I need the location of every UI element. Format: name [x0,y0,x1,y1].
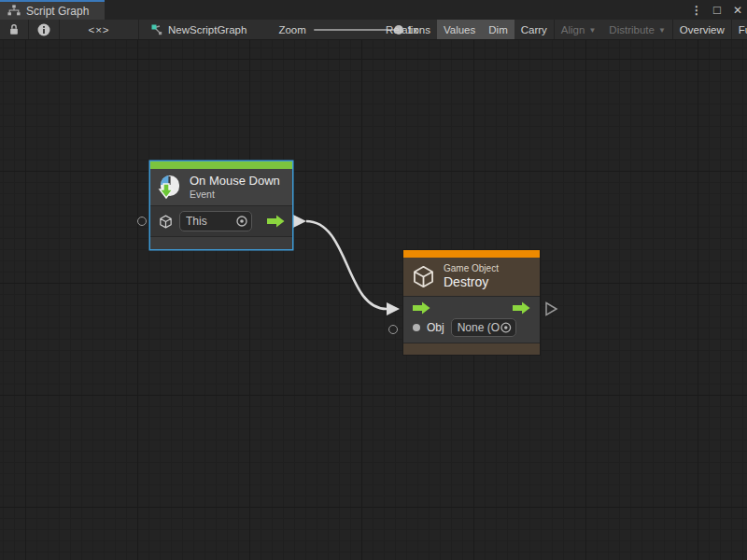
wire-source-arrow [293,215,306,228]
destroy-output-port[interactable] [546,303,557,315]
destroy-flow-row [403,301,540,315]
tab-bar: Script Graph ⋮ □ ✕ [0,0,747,20]
game-object-icon [158,214,174,230]
event-target-port[interactable] [137,217,147,226]
graph-icon [150,23,162,35]
tab-title: Script Graph [26,5,89,18]
destroy-node-body: Obj None (Object) [403,297,540,343]
obj-value-field[interactable]: None (Object) [451,318,516,337]
obj-port-dot[interactable] [413,324,420,331]
destroy-node-header: Game Object Destroy [403,258,540,296]
game-object-icon [411,264,436,289]
dim-label: Dim [488,24,507,35]
destroy-node-title: Destroy [444,274,499,290]
carry-button[interactable]: Carry [514,20,554,39]
menu-icon[interactable]: ⋮ [689,3,704,18]
carry-label: Carry [521,24,547,35]
dim-button[interactable]: Dim [482,20,514,39]
destroy-flow-in-arrow[interactable] [413,301,430,315]
node-on-mouse-down[interactable]: On Mouse Down Event This [150,161,292,249]
destroy-accent-strip [403,250,540,258]
chevron-down-icon: ▼ [658,26,666,35]
connection-layer [0,40,747,560]
destroy-obj-port[interactable] [388,325,398,334]
values-button[interactable]: Values [437,20,482,39]
toolbar-right: Relations Values Dim Carry Align ▼ Distr… [379,20,747,39]
event-node-titles: On Mouse Down Event [190,175,280,200]
destroy-node-category: Game Object [444,263,499,274]
graph-name-label: NewScriptGraph [168,24,247,35]
event-node-footer [150,237,292,249]
code-view-button[interactable]: <×> [60,20,138,39]
destroy-node-footer [403,343,540,355]
event-accent-strip [150,161,292,169]
event-target-field[interactable]: This [179,211,252,231]
zoom-label: Zoom [278,24,305,35]
destroy-node-titles: Game Object Destroy [444,263,499,290]
tab-script-graph[interactable]: Script Graph [0,0,105,20]
code-icon: <×> [88,24,109,35]
event-trigger-out-arrow[interactable] [267,215,285,228]
hierarchy-icon [7,5,21,17]
obj-param-label: Obj [427,321,444,334]
toolbar-left: <×> NewScriptGraph Zoom 1x [0,20,418,39]
graph-canvas[interactable]: On Mouse Down Event This [0,40,747,560]
info-button[interactable] [29,20,59,39]
chevron-down-icon: ▼ [588,26,596,35]
event-node-body: This [150,206,292,236]
flow-connection-wire[interactable] [306,221,387,309]
event-target-value: This [186,215,235,228]
object-picker-icon[interactable] [235,215,248,228]
info-icon [37,23,50,36]
graph-name-button[interactable]: NewScriptGraph [139,23,256,35]
align-button: Align ▼ [555,20,603,39]
align-label: Align [561,24,585,35]
relations-label: Relations [386,24,430,35]
event-node-header: On Mouse Down Event [150,169,292,205]
node-destroy[interactable]: Game Object Destroy Obj [403,250,540,355]
object-picker-icon[interactable] [500,321,513,334]
wire-target-arrow [387,302,400,315]
event-node-title: On Mouse Down [190,175,280,189]
mouse-down-icon [158,175,182,201]
window-controls: ⋮ □ ✕ [689,0,745,20]
fullscreen-label: Full Screen [739,24,747,35]
script-graph-window: Script Graph ⋮ □ ✕ [0,0,747,560]
overview-label: Overview [680,24,725,35]
close-icon[interactable]: ✕ [730,3,745,18]
lock-icon [8,23,20,35]
event-node-subtitle: Event [190,189,280,200]
values-label: Values [444,24,475,35]
overview-button[interactable]: Overview [673,20,731,39]
graph-toolbar: <×> NewScriptGraph Zoom 1x R [0,20,747,40]
destroy-flow-out-arrow[interactable] [513,301,530,315]
lock-button[interactable] [0,20,28,39]
obj-param-value: None (Object) [458,321,500,334]
distribute-label: Distribute [609,24,655,35]
fullscreen-button[interactable]: Full Screen [732,20,747,39]
distribute-button: Distribute ▼ [602,20,672,39]
maximize-icon[interactable]: □ [710,3,725,18]
destroy-obj-row: Obj None (Object) [403,318,540,337]
relations-button[interactable]: Relations [379,20,437,39]
